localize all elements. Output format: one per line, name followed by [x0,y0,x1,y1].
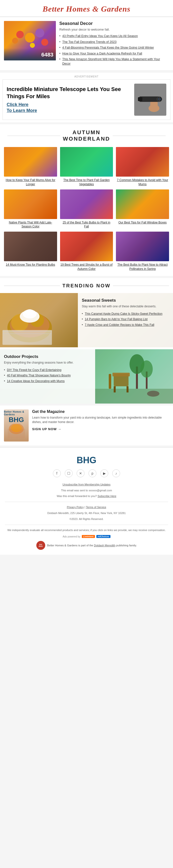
autumn-link-4[interactable]: Native Plants That Will Add Late-Season … [9,221,52,228]
terms-link[interactable]: Terms of Service [86,506,106,508]
list-item[interactable]: 4 Fall-Blooming Perennials That Keep the… [59,45,169,51]
hero-link-5[interactable]: This New Amazon Storefront Will Help You… [62,58,160,65]
footer-logo: BHG [5,455,168,465]
sweets-link-3[interactable]: 7 Apple Crisp and Cobbler Recipes to Mak… [85,323,154,327]
autumn-link-5[interactable]: 25 of the Best Tulip Bulbs to Plant in F… [63,221,110,228]
magazine-cover-art [6,424,26,439]
unsubscribe-link[interactable]: Unsubscribe from Membership Updates [63,483,110,486]
instagram-icon[interactable]: ☐ [65,469,73,477]
list-item[interactable]: 25 of the Best Tulip Bulbs to Plant in F… [60,189,113,229]
svg-rect-7 [157,97,158,101]
autumn-link-1[interactable]: How to Keep Your Fall Mums Alive for Lon… [6,178,55,186]
svg-rect-21 [113,373,130,376]
subscribe-here-link[interactable]: Subscribe Here [98,495,117,497]
site-header: Better Homes & Gardens [0,0,173,17]
autumn-caption-8: 19 Best Trees and Shrubs for a Burst of … [60,263,113,271]
disclaimer-text: We independently evaluate all recommende… [5,528,168,533]
sweets-title: Seasonal Sweets [82,298,169,303]
brand-footer-text: Better Homes & Gardens is part of the Do… [47,544,137,547]
email-sent-text: This email was sent to xxxxxx@gmail.com [5,488,168,493]
svg-rect-24 [109,374,111,389]
hero-image-container: 6483 [4,21,56,67]
outdoor-link-1[interactable]: DIY This Firepit for Cozy Fall Entertain… [7,368,61,372]
svg-rect-22 [114,386,116,393]
hero-link-2[interactable]: The Top Fall Decorating Trends of 2023 [62,40,117,44]
autumn-caption-2: The Best Time to Plant Fall Garden Veget… [60,178,113,186]
svg-point-28 [140,360,153,378]
twitter-x-icon[interactable]: ✕ [77,469,84,477]
autumn-title-line: AUTUMNWONDERLAND [2,129,171,142]
list-item[interactable]: The Best Time to Plant Fall Garden Veget… [60,147,113,186]
hero-link-1[interactable]: 43 Pretty Fall Entry Ideas You Can Keep … [62,34,138,38]
list-item[interactable]: DIY This Firepit for Cozy Fall Entertain… [4,367,91,373]
autumn-img-8 [60,231,113,261]
footer: BHG f ☐ ✕ p ▶ ♪ Unsubscribe from Members… [0,447,173,555]
list-item[interactable]: How to Give Your Space a Dark Academia R… [59,51,169,57]
telescope-svg [135,86,165,113]
ad-content-box[interactable]: Incredible Miniature Telescope Lets You … [2,80,171,120]
list-item[interactable]: 19 Best Trees and Shrubs for a Burst of … [60,231,113,271]
autumn-img-3 [116,147,169,177]
magazine-cover-inner: Better Homes & Gardens BHG [4,409,29,441]
autumn-caption-4: Native Plants That Will Add Late-Season … [4,220,57,229]
signup-button[interactable]: SIGN UP NOW → [32,427,61,431]
list-item[interactable]: 40 Fall Wreaths That Showcase Nature's B… [4,373,91,378]
youtube-icon[interactable]: ▶ [100,469,108,477]
trending-header: TRENDING NOW [0,278,173,291]
list-item[interactable]: 43 Pretty Fall Entry Ideas You Can Keep … [59,33,169,39]
list-item[interactable]: 14 Must-Know Tips for Planting Bulbs [4,231,57,271]
sweets-link-1[interactable]: This Caramel Apple Dump Cake Is Sticky-S… [85,312,163,315]
hero-link-3[interactable]: 4 Fall-Blooming Perennials That Keep the… [62,46,154,49]
list-item[interactable]: 7 Apple Crisp and Cobbler Recipes to Mak… [82,322,169,328]
autumn-link-8[interactable]: 19 Best Trees and Shrubs for a Burst of … [60,263,113,271]
adchoices-badge: AdChoices [96,535,110,538]
svg-rect-23 [126,386,128,393]
outdoor-desc: Enjoy everything the changing seasons ha… [4,361,91,365]
list-item[interactable]: This New Amazon Storefront Will Help You… [59,57,169,67]
facebook-icon[interactable]: f [53,469,61,477]
list-item[interactable]: The Best Bulbs to Plant Now to Attract P… [116,231,169,271]
outdoor-overlay: Outdoor Projects Enjoy everything the ch… [0,349,95,404]
trending-title: TRENDING NOW [63,283,111,288]
sweets-card: Seasonal Sweets Stay warm this fall with… [0,293,173,347]
ad-cta-text[interactable]: Click HereTo Learn More [7,102,132,114]
outdoor-card: Outdoor Projects Enjoy everything the ch… [0,349,173,404]
autumn-section-title: AUTUMNWONDERLAND [63,129,110,142]
list-item[interactable]: 14 Creative Ideas for Decorating with Mu… [4,378,91,384]
autumn-link-3[interactable]: 7 Common Mistakes to Avoid with Your Mum… [117,178,168,186]
tiktok-icon[interactable]: ♪ [112,469,120,477]
list-item[interactable]: How to Keep Your Fall Mums Alive for Lon… [4,147,57,186]
autumn-grid-layout: How to Keep Your Fall Mums Alive for Lon… [4,147,169,271]
hero-link-4[interactable]: How to Give Your Space a Dark Academia R… [62,52,142,55]
autumn-link-6[interactable]: Our Best Tips for Fall Window Boxes [118,221,167,224]
privacy-link[interactable]: Privacy Policy [67,506,83,508]
autumn-caption-5: 25 of the Best Tulip Bulbs to Plant in F… [60,220,113,229]
outdoor-link-3[interactable]: 14 Creative Ideas for Decorating with Mu… [7,379,65,383]
outdoor-title: Outdoor Projects [4,354,91,359]
autumn-img-7 [4,231,57,261]
pinterest-icon[interactable]: p [89,469,96,477]
dotdash-icon: Dotdash [36,541,45,550]
magazine-title: Get the Magazine [32,409,169,414]
autumn-link-7[interactable]: 14 Must-Know Tips for Planting Bulbs [6,263,55,267]
ad-title: Incredible Miniature Telescope Lets You … [7,86,132,100]
list-item[interactable]: Native Plants That Will Add Late-Season … [4,189,57,229]
list-item[interactable]: 7 Common Mistakes to Avoid with Your Mum… [116,147,169,186]
ad-label: ADVERTISEMENT [2,75,171,78]
list-item[interactable]: This Caramel Apple Dump Cake Is Sticky-S… [82,311,169,317]
hero-section: 6483 Seasonal Decor Refresh your decor t… [0,17,173,71]
svg-rect-15 [2,330,52,345]
advertisement-block: ADVERTISEMENT Incredible Miniature Teles… [0,73,173,122]
autumn-img-9 [116,231,169,261]
dotdash-link[interactable]: Dotdash Meredith [94,544,116,547]
sweets-link-2[interactable]: 14 Pumpkin Bars to Add to Your Fall Baki… [85,317,148,321]
list-item[interactable]: The Top Fall Decorating Trends of 2023 [59,39,169,45]
list-item[interactable]: 14 Pumpkin Bars to Add to Your Fall Baki… [82,316,169,322]
list-item[interactable]: Our Best Tips for Fall Window Boxes [116,189,169,229]
magazine-brand-small: Better Homes & Gardens [4,410,29,416]
autumn-link-2[interactable]: The Best Time to Plant Fall Garden Veget… [63,178,109,186]
svg-point-32 [11,424,22,432]
footer-brand-bar: Dotdash Better Homes & Gardens is part o… [5,541,168,550]
outdoor-link-2[interactable]: 40 Fall Wreaths That Showcase Nature's B… [7,374,71,377]
autumn-link-9[interactable]: The Best Bulbs to Plant Now to Attract P… [117,263,168,271]
